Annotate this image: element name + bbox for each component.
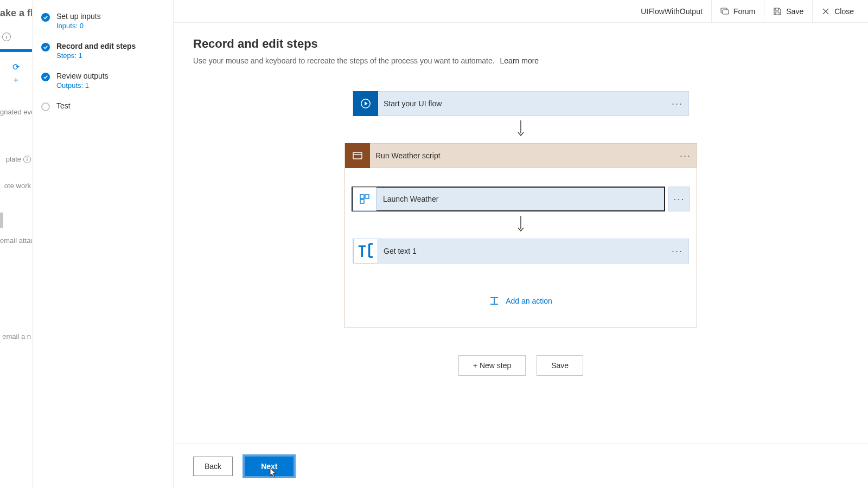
bg-divider — [0, 213, 3, 228]
substep-launch-weather[interactable]: Launch Weather — [352, 187, 665, 211]
wizard-step-title: Test — [56, 101, 71, 110]
text-icon — [353, 239, 378, 264]
more-icon[interactable]: ··· — [672, 239, 683, 263]
page-title: Record and edit steps — [193, 37, 848, 51]
wizard-step-inputs[interactable]: Set up inputs Inputs: 0 — [41, 12, 164, 30]
play-icon — [353, 91, 378, 116]
new-step-button[interactable]: + New step — [458, 355, 526, 376]
save-canvas-button[interactable]: Save — [537, 355, 583, 376]
bg-item: email attac — [0, 233, 32, 248]
body: Record and edit steps Use your mouse and… — [174, 23, 868, 444]
more-icon[interactable]: ··· — [668, 187, 690, 211]
substep-label: Launch Weather — [376, 195, 438, 203]
arrow-down-icon — [516, 120, 526, 139]
bg-glyph-group: ⟳ + — [0, 62, 32, 85]
svg-rect-1 — [723, 10, 729, 14]
substep-label: Get text 1 — [378, 247, 417, 255]
learn-more-link[interactable]: Learn more — [500, 56, 539, 65]
more-icon[interactable]: ··· — [672, 92, 683, 115]
bg-item: ote work — [0, 178, 32, 193]
wizard-step-outputs[interactable]: Review outputs Outputs: 1 — [41, 72, 164, 89]
wizard-step-record[interactable]: Record and edit steps Steps: 1 — [41, 42, 164, 60]
canvas-buttons: + New step Save — [458, 355, 583, 376]
wizard-step-title: Record and edit steps — [56, 42, 136, 50]
wizard-step-test[interactable]: Test — [41, 101, 164, 111]
circle-icon — [41, 102, 50, 111]
page-subtitle: Use your mouse and keyboard to recreate … — [193, 56, 848, 65]
step-run-weather-script[interactable]: Run Weather script ··· — [344, 143, 697, 168]
more-icon[interactable]: ··· — [680, 144, 691, 168]
add-action-button[interactable]: Add an action — [489, 296, 552, 306]
wizard-panel: Set up inputs Inputs: 0 Record and edit … — [33, 0, 174, 488]
svg-rect-6 — [360, 195, 364, 198]
wizard-step-sub: Outputs: 1 — [56, 81, 108, 89]
save-button[interactable]: Save — [764, 0, 812, 22]
flow-icon: ⟳ — [12, 62, 20, 72]
bg-item: plate i — [0, 152, 32, 166]
chat-icon — [720, 7, 729, 16]
info-icon: i — [2, 33, 11, 41]
flow-name: UIFlowWithOutput — [632, 7, 711, 16]
svg-rect-7 — [365, 195, 369, 198]
insert-icon — [489, 296, 499, 306]
step-label: Run Weather script — [370, 151, 441, 160]
script-icon — [345, 143, 370, 168]
background-sidebar: ake a fl i ⟳ + gnated even plate i ote w… — [0, 0, 33, 488]
wizard-step-title: Review outputs — [56, 72, 108, 80]
back-button[interactable]: Back — [193, 457, 233, 476]
bg-title: ake a fl — [0, 0, 32, 26]
bg-item: email a n — [0, 329, 32, 344]
next-button[interactable]: Next — [242, 454, 296, 478]
wizard-step-sub: Steps: 1 — [56, 52, 136, 60]
bg-item: gnated even — [0, 105, 32, 119]
plus-icon: + — [14, 75, 18, 85]
wizard-step-title: Set up inputs — [56, 12, 101, 21]
bg-accent-bar — [0, 49, 32, 52]
substep-get-text[interactable]: Get text 1 ··· — [353, 239, 689, 264]
close-icon — [821, 7, 830, 16]
step-label: Start your UI flow — [378, 99, 442, 108]
save-icon — [773, 7, 782, 16]
header-bar: UIFlowWithOutput Forum Save Close — [174, 0, 868, 23]
close-button[interactable]: Close — [812, 0, 863, 22]
forum-button[interactable]: Forum — [711, 0, 764, 22]
app-icon — [353, 187, 376, 211]
arrow-down-icon — [516, 216, 526, 234]
info-icon: i — [23, 156, 31, 163]
check-icon — [41, 13, 50, 22]
wizard-step-sub: Inputs: 0 — [56, 22, 101, 30]
footer-bar: Back Next — [174, 444, 868, 488]
step-start-ui-flow[interactable]: Start your UI flow ··· — [353, 91, 689, 116]
main-content: UIFlowWithOutput Forum Save Close Record… — [174, 0, 868, 488]
check-icon — [41, 43, 50, 52]
svg-rect-8 — [360, 200, 364, 203]
script-body: Launch Weather ··· Get text 1 ··· A — [344, 168, 697, 328]
flow-canvas: Start your UI flow ··· Run Weather scrip… — [193, 91, 848, 376]
svg-rect-4 — [353, 152, 362, 159]
check-icon — [41, 73, 50, 81]
